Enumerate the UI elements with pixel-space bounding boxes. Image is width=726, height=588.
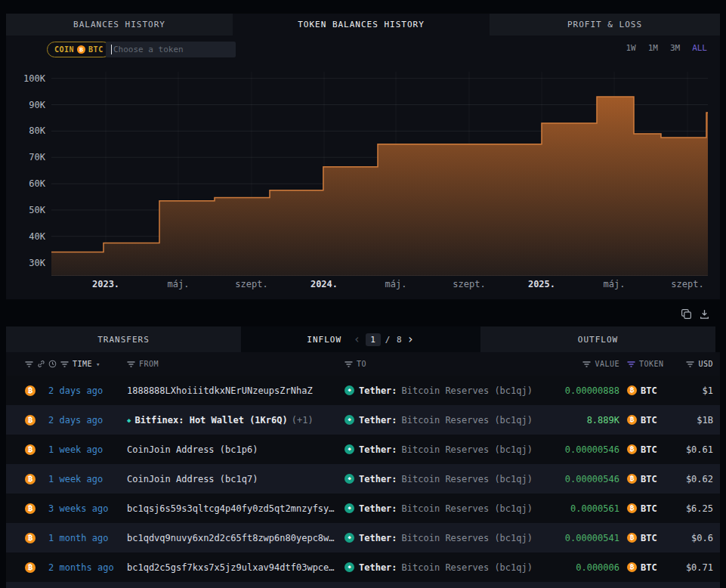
header-value[interactable]: VALUE [561,360,619,368]
header-usd[interactable]: USD [669,360,713,368]
token-input-placeholder: Choose a token [113,45,184,54]
to-entity-link[interactable]: Tether: [359,444,397,455]
to-entity-link[interactable]: Tether: [359,533,397,543]
tether-icon: ◆ [344,503,354,513]
table-actions [681,308,710,320]
from-suffix: (+1) [292,415,314,426]
download-icon[interactable] [699,308,710,320]
link-icon[interactable] [37,360,45,368]
to-entity-detail: Bitcoin Reserves (bc1qj) [402,444,533,455]
from-address-link[interactable]: 1888888LXhoiiitdkxNErUNzeupsZrNhaZ [127,385,313,396]
range-1w[interactable]: 1W [626,43,635,53]
text-cursor [111,45,112,54]
to-entity-link[interactable]: Tether: [359,385,397,396]
next-page-icon[interactable]: › [407,334,415,345]
tether-icon: ◆ [344,385,354,395]
transfers-rows: ₿ 2 days ago 1888888LXhoiiitdkxNErUNzeup… [6,376,720,582]
from-address-link[interactable]: CoinJoin Address (bc1p6) [127,444,258,455]
btc-token-icon: ₿ [25,415,36,426]
x-axis-labels: 2023.máj.szept.2024.máj.szept.2025.máj.s… [6,279,720,294]
transfer-value: 0.0000561 [570,503,619,514]
btc-token-icon: ₿ [627,503,637,513]
from-address-link[interactable]: bc1qd2c5gsf7kxs7x5jz9ulxav94dtf03wpce… [127,562,335,573]
pagination: ‹ 1 / 8 › [354,333,415,346]
token-search-input[interactable]: Choose a token [106,42,236,57]
from-address-link[interactable]: bc1qdvq9nuvy6xn2d2c65ft8zwp6n80yepc8w… [127,533,335,543]
table-row: ₿ 1 week ago CoinJoin Address (bc1q7) ◆ … [6,464,720,494]
to-entity-link[interactable]: Tether: [359,562,397,573]
header-token[interactable]: TOKEN [619,360,669,368]
filter-icon-active[interactable] [627,361,635,368]
y-tick-label: 80K [6,125,45,136]
token-symbol: BTC [641,385,657,396]
usd-value: $0.71 [686,562,713,573]
transfer-time-link[interactable]: 2 days ago [48,385,103,396]
usd-value: $1B [697,415,713,426]
table-row: ₿ 3 weeks ago bc1qsj6s59s3qltcg4p40fy0zd… [6,494,720,523]
transfer-time-link[interactable]: 3 weeks ago [48,503,108,514]
header-from[interactable]: FROM [127,360,344,368]
from-address-link[interactable]: Bitfinex: Hot Wallet (1Kr6Q) [134,415,287,426]
to-entity-detail: Bitcoin Reserves (bc1qj) [402,503,533,514]
transfer-value: 8.889K [587,415,619,426]
btc-token-icon: ₿ [25,562,36,573]
clock-icon [48,360,57,368]
bitfinex-icon: ◆ [127,416,131,424]
transfer-time-link[interactable]: 1 month ago [48,533,108,543]
chart-panel: COIN ₿ BTC Choose a token 1W 1M 3M ALL 1… [6,36,720,299]
prev-page-icon[interactable]: ‹ [354,334,361,345]
filter-icon[interactable] [686,361,694,368]
from-address-link[interactable]: bc1qsj6s59s3qltcg4p40fy0zd5qt2mnzyfsy… [127,503,335,514]
from-address-link[interactable]: CoinJoin Address (bc1q7) [127,474,258,484]
sort-caret-icon: ▾ [96,361,100,368]
to-entity-link[interactable]: Tether: [359,474,397,484]
transfer-time-link[interactable]: 1 week ago [48,444,103,455]
btc-icon: ₿ [77,45,85,54]
to-entity-detail: Bitcoin Reserves (bc1qj) [402,474,533,484]
range-1m[interactable]: 1M [648,43,658,53]
copy-icon[interactable] [681,308,692,320]
transfer-time-link[interactable]: 2 months ago [48,562,114,573]
to-entity-detail: Bitcoin Reserves (bc1qj) [402,562,533,573]
range-3m[interactable]: 3M [670,43,680,53]
transfer-time-link[interactable]: 2 days ago [48,415,103,426]
coin-pill-token: BTC [88,45,103,54]
filter-icon[interactable] [60,361,69,368]
token-symbol: BTC [641,503,657,514]
token-balances-dashboard: BALANCES HISTORY TOKEN BALANCES HISTORY … [0,0,726,588]
x-tick-label: 2025. [528,279,555,289]
coin-btc-toggle[interactable]: COIN ₿ BTC [47,42,111,57]
top-tab-bar: BALANCES HISTORY TOKEN BALANCES HISTORY … [6,14,720,36]
to-entity-detail: Bitcoin Reserves (bc1qj) [402,415,533,426]
tab-transfers[interactable]: TRANSFERS [6,326,241,352]
tab-balances-history[interactable]: BALANCES HISTORY [6,14,233,36]
token-symbol: BTC [641,444,657,455]
transfer-value: 0.000006 [576,562,619,573]
transfer-value: 0.00000888 [565,385,619,396]
transfer-time-link[interactable]: 1 week ago [48,474,103,484]
time-range-selector: 1W 1M 3M ALL [626,43,707,53]
btc-token-icon: ₿ [627,533,637,543]
to-entity-link[interactable]: Tether: [359,415,397,426]
table-row: ₿ 1 month ago bc1qdvq9nuvy6xn2d2c65ft8zw… [6,523,720,552]
tab-token-balances-history[interactable]: TOKEN BALANCES HISTORY [233,14,490,36]
tab-inflow[interactable]: INFLOW ‹ 1 / 8 › [241,326,480,352]
header-to[interactable]: TO [344,360,561,368]
token-symbol: BTC [641,533,657,543]
header-time[interactable]: TIME ▾ [48,360,127,368]
filter-icon[interactable] [344,361,353,368]
filter-icon[interactable] [582,361,591,368]
to-entity-link[interactable]: Tether: [359,503,397,514]
table-row: ₿ 1 week ago CoinJoin Address (bc1p6) ◆ … [6,435,720,464]
tab-profit-loss[interactable]: PROFIT & LOSS [490,14,720,36]
btc-token-icon: ₿ [25,533,36,543]
range-all[interactable]: ALL [692,43,707,53]
tab-outflow[interactable]: OUTFLOW [480,326,715,352]
usd-value: $1 [703,385,713,396]
btc-token-icon: ₿ [25,385,36,396]
filter-icon[interactable] [127,361,135,368]
filter-icon[interactable] [25,361,33,368]
tether-icon: ◆ [344,444,354,454]
y-tick-label: 60K [6,178,45,189]
balance-history-chart[interactable] [51,72,708,276]
